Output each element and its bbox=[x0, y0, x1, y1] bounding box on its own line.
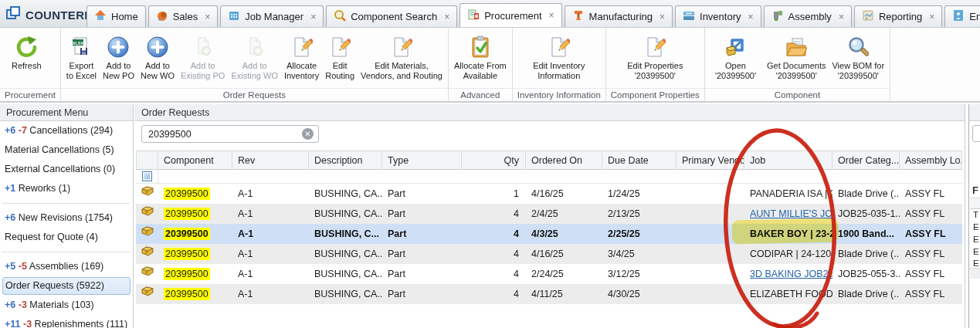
svg-text:XLSX: XLSX bbox=[73, 40, 84, 45]
header-type[interactable]: Type bbox=[382, 150, 462, 170]
add-to-new-wo-button[interactable]: Add to New WO bbox=[137, 30, 178, 81]
tab-close-icon[interactable]: × bbox=[310, 12, 316, 22]
header-due-date[interactable]: Due Date bbox=[602, 150, 677, 170]
table-row[interactable]: 20399500 A-1 BUSHING, CA... Part 4 2/24/… bbox=[136, 264, 962, 284]
cell-rev: A-1 bbox=[232, 284, 309, 304]
header-order-category[interactable]: Order Categ... bbox=[832, 150, 900, 170]
header-primary-vendor[interactable]: Primary Vendor bbox=[677, 150, 744, 170]
header-assembly-location[interactable]: Assembly Lo... bbox=[900, 150, 962, 170]
tab-strip: COUNTERPART Home Sales × Job Manager × C… bbox=[0, 0, 980, 28]
group-label: Component Properties bbox=[606, 88, 704, 101]
job-link[interactable]: 3D BAKING JOB25-0 bbox=[750, 269, 832, 279]
procurement-menu-sidebar: Procurement Menu +6 -7 Cancellations (29… bbox=[0, 104, 134, 328]
counterpart-app-window: COUNTERPART Home Sales × Job Manager × C… bbox=[0, 0, 980, 328]
clipped-text-fragment: F bbox=[972, 184, 978, 196]
ribbon-group-advanced: Allocate From Available Advanced bbox=[449, 28, 513, 101]
add-to-existing-po-button: Add to Existing PO bbox=[178, 30, 228, 81]
sidebar-item-cancellations[interactable]: +6 -7 Cancellations (294) bbox=[0, 121, 133, 140]
tab-label: Component Search bbox=[351, 11, 437, 22]
tab-close-icon[interactable]: × bbox=[444, 12, 449, 22]
tab-close-icon[interactable]: × bbox=[929, 12, 934, 22]
cell-type: Part bbox=[382, 204, 462, 224]
cell-order-category: JOB25-035-1... bbox=[832, 204, 900, 224]
cell-component: 20399500 bbox=[158, 264, 232, 284]
tab-close-icon[interactable]: × bbox=[660, 12, 665, 22]
table-row[interactable]: 20399500 A-1 BUSHING, CA... Part 1 4/16/… bbox=[136, 184, 962, 204]
job-link[interactable]: AUNT MILLIE'S JOB2 bbox=[750, 208, 832, 219]
tab-close-icon[interactable]: × bbox=[748, 12, 754, 22]
sidebar-item-assemblies[interactable]: +5 -5 Assemblies (169) bbox=[0, 257, 133, 276]
edit-routing-button[interactable]: Edit Routing bbox=[322, 30, 358, 81]
sidebar-item-order-requests[interactable]: Order Requests (5922) bbox=[2, 277, 131, 295]
sidebar-item-reworks[interactable]: +1 Reworks (1) bbox=[0, 179, 133, 198]
add-page-icon bbox=[192, 32, 214, 61]
edit-materials-vendors-routing-button[interactable]: Edit Materials, Vendors, and Routing bbox=[358, 30, 446, 81]
tab-close-icon[interactable]: × bbox=[205, 12, 210, 22]
open-component-button[interactable]: Open '20399500' bbox=[707, 30, 764, 81]
allocate-inventory-button[interactable]: Allocate Inventory bbox=[281, 30, 322, 81]
home-icon bbox=[94, 9, 107, 24]
ribbon-group-inventory-information: Edit Inventory Information Inventory Inf… bbox=[513, 28, 606, 101]
cell-job: BAKER BOY | 23-25 bbox=[744, 224, 832, 244]
header-qty[interactable]: Qty bbox=[462, 150, 526, 170]
clear-search-icon[interactable]: ✕ bbox=[302, 128, 314, 140]
allocate-from-available-button[interactable]: Allocate From Available bbox=[451, 30, 510, 81]
refresh-button[interactable]: Refresh bbox=[2, 30, 51, 71]
header-description[interactable]: Description bbox=[309, 150, 382, 170]
add-page-icon bbox=[244, 32, 266, 61]
add-to-new-po-button[interactable]: Add to New PO bbox=[100, 30, 137, 81]
tab-procurement[interactable]: Procurement × bbox=[459, 3, 561, 27]
search-value: 20399500 bbox=[142, 129, 302, 140]
tab-home[interactable]: Home bbox=[86, 5, 146, 27]
tab-inventory[interactable]: Inventory × bbox=[675, 5, 761, 27]
sidebar-item-new-revisions[interactable]: +6 New Revisions (1754) bbox=[0, 208, 133, 228]
export-to-excel-button[interactable]: XLSX Export to Excel bbox=[63, 30, 100, 81]
edit-document-icon bbox=[329, 32, 351, 61]
sidebar-item-replenishments[interactable]: +11 -3 Replenishments (111) bbox=[0, 315, 133, 328]
cell-ordered-on: 4/3/25 bbox=[526, 224, 602, 244]
clipped-row-fragment: E bbox=[973, 247, 979, 256]
search-input[interactable]: 20399500 ✕ bbox=[141, 125, 319, 143]
cell-component: 20399500 bbox=[158, 204, 232, 224]
tab-reporting[interactable]: Reporting × bbox=[854, 5, 942, 27]
header-rev[interactable]: Rev bbox=[232, 150, 309, 170]
table-row-selected[interactable]: 20399500 A-1 BUSHING, C... Part 4 4/3/25… bbox=[136, 224, 962, 244]
cell-qty: 4 bbox=[462, 264, 526, 284]
cell-description: BUSHING, CA... bbox=[309, 204, 382, 224]
edit-document-icon bbox=[291, 32, 313, 61]
get-documents-button[interactable]: Get Documents '20399500' bbox=[764, 30, 829, 81]
header-ordered-on[interactable]: Ordered On bbox=[526, 150, 602, 170]
sidebar-item-material-cancellations[interactable]: Material Cancellations (5) bbox=[0, 140, 133, 160]
tab-sales[interactable]: Sales × bbox=[148, 5, 219, 27]
grid-header-row: Component Rev Description Type Qty Order… bbox=[136, 150, 962, 170]
grid-corner-button[interactable] bbox=[142, 171, 152, 181]
panel-title: Order Requests bbox=[134, 104, 965, 121]
table-row[interactable]: 20399500 A-1 BUSHING, CA... Part 4 4/11/… bbox=[136, 284, 962, 304]
tab-label: Procurement bbox=[484, 10, 541, 22]
ribbon-group-component-properties: Edit Properties '20399500' Component Pro… bbox=[606, 28, 705, 101]
table-row[interactable]: 20399500 A-1 BUSHING, CA... Part 4 2/4/2… bbox=[136, 204, 962, 224]
tab-engineering-orders[interactable]: Engineering Ord bbox=[944, 5, 980, 27]
tab-close-icon[interactable]: × bbox=[839, 12, 844, 22]
sidebar-item-external-cancellations[interactable]: External Cancellations (0) bbox=[0, 160, 133, 179]
edit-document-icon bbox=[548, 32, 570, 61]
edit-inventory-information-button[interactable]: Edit Inventory Information bbox=[522, 30, 595, 81]
cell-ordered-on: 2/4/25 bbox=[526, 204, 602, 224]
table-row[interactable]: 20399500 A-1 BUSHING, CA... Part 4 4/16/… bbox=[136, 244, 962, 264]
tab-manufacturing[interactable]: Manufacturing × bbox=[565, 5, 673, 27]
tab-label: Manufacturing bbox=[589, 11, 653, 22]
component-search-icon bbox=[334, 9, 346, 24]
tab-job-manager[interactable]: Job Manager × bbox=[220, 5, 324, 27]
view-bom-button[interactable]: View BOM for '20399500' bbox=[829, 30, 887, 81]
sidebar-item-materials[interactable]: +6 -3 Materials (103) bbox=[0, 296, 133, 315]
sidebar-item-request-for-quote[interactable]: Request for Quote (4) bbox=[0, 228, 133, 247]
tab-component-search[interactable]: Component Search × bbox=[326, 5, 457, 27]
cell-type: Part bbox=[382, 224, 462, 244]
open-component-icon bbox=[724, 32, 746, 61]
header-component[interactable]: Component bbox=[158, 150, 232, 170]
header-job[interactable]: Job bbox=[744, 150, 832, 170]
tab-assembly[interactable]: Assembly × bbox=[764, 5, 852, 27]
edit-properties-button[interactable]: Edit Properties '20399500' bbox=[613, 30, 697, 81]
tab-close-icon[interactable]: × bbox=[549, 10, 554, 21]
ribbon-group-component: Open '20399500' Get Documents '20399500'… bbox=[705, 28, 890, 101]
